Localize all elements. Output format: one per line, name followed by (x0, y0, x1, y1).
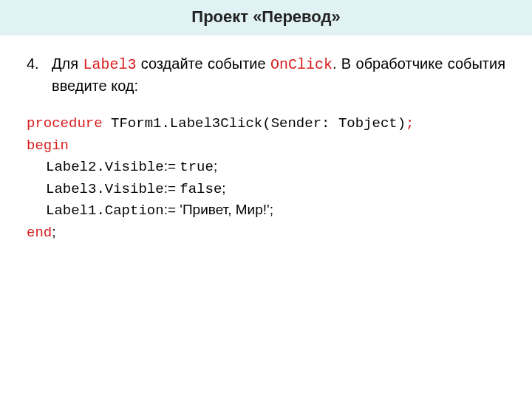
code-block: procedure TForm1.Label3Click(Sender: Tob… (27, 112, 505, 243)
l5-rhs: 'Привет, Мир!'; (180, 202, 273, 217)
instruction-number: 4. (27, 53, 52, 96)
code-line-5: Label1.Caption:= 'Привет, Мир!'; (27, 200, 505, 222)
page-title: Проект «Перевод» (191, 7, 340, 26)
title-band: Проект «Перевод» (0, 0, 532, 35)
kw-procedure: procedure (27, 115, 103, 132)
l6-semi: ; (52, 224, 55, 239)
instruction-text: Для Label3 создайте событие OnClick. В о… (52, 53, 505, 96)
l4-rhs: false (180, 181, 222, 197)
l4-assign: := (164, 180, 180, 196)
instr-mid: создайте событие (136, 55, 270, 72)
l5-assign: := (164, 202, 180, 217)
l3-semi: ; (214, 158, 217, 174)
kw-semi1: ; (406, 115, 414, 132)
kw-end: end (27, 225, 52, 241)
l3-assign: := (164, 158, 180, 174)
onclick-token: OnClick (270, 56, 332, 73)
proc-sig: TForm1.Label3Click(Sender: Tobject) (103, 115, 406, 132)
code-line-6: end; (27, 222, 505, 244)
code-line-2: begin (27, 134, 505, 157)
label3-token: Label3 (83, 56, 136, 73)
instruction-item: 4. Для Label3 создайте событие OnClick. … (27, 53, 505, 96)
l5-lhs: Label1.Caption (46, 202, 164, 219)
l4-semi: ; (222, 180, 225, 196)
content-area: 4. Для Label3 создайте событие OnClick. … (0, 35, 532, 243)
code-line-4: Label3.Visible:= false; (27, 178, 505, 200)
code-line-3: Label2.Visible:= true; (27, 156, 505, 178)
instr-pre: Для (52, 55, 83, 72)
l3-rhs: true (180, 159, 214, 175)
kw-begin: begin (27, 137, 69, 154)
code-line-1: procedure TForm1.Label3Click(Sender: Tob… (27, 112, 505, 134)
l4-lhs: Label3.Visible (46, 181, 164, 197)
l3-lhs: Label2.Visible (46, 159, 164, 175)
